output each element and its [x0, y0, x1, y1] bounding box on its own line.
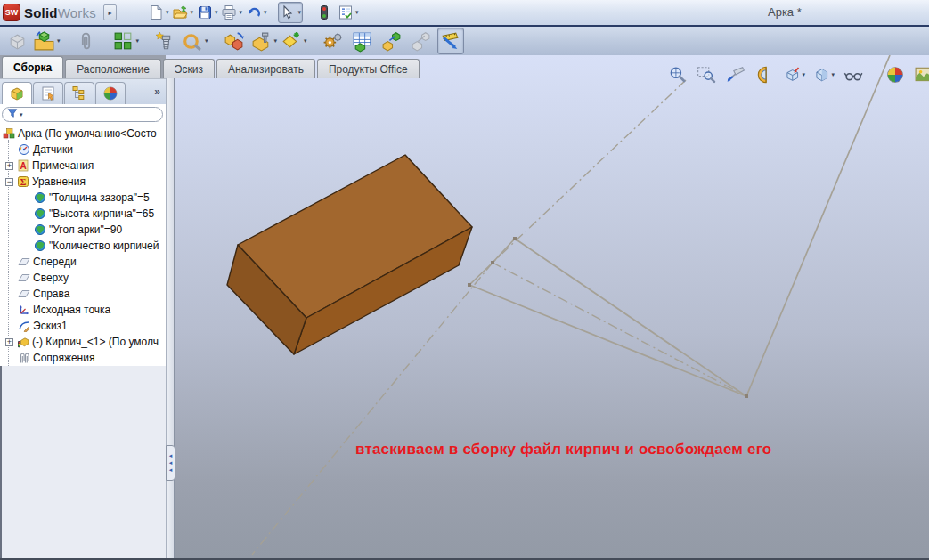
- menu-flyout-button[interactable]: ▸: [103, 4, 117, 20]
- tree-item[interactable]: Эскиз1: [0, 318, 166, 334]
- brand-text: SolidWorks: [24, 5, 96, 20]
- viewport-canvas[interactable]: [166, 55, 929, 558]
- tree-item-label: Сопряжения: [33, 352, 94, 364]
- assembly-features-button[interactable]: [250, 28, 278, 54]
- tree-item-label: (-) Кирпич_<1> (По умолч: [32, 336, 159, 348]
- tree-item[interactable]: "Количество кирпичей: [0, 238, 166, 254]
- section-view-button[interactable]: [754, 64, 776, 85]
- options-checklist-button[interactable]: [337, 2, 360, 23]
- tree-item-label: "Количество кирпичей: [49, 239, 159, 252]
- equation-globe-icon: [34, 191, 46, 204]
- tree-item[interactable]: Сверху: [0, 270, 166, 286]
- zoom-to-area-button[interactable]: [696, 64, 717, 85]
- plane-icon: [18, 272, 30, 284]
- tab-sketch[interactable]: Эскиз: [163, 59, 215, 78]
- tree-item[interactable]: "Толщина зазора"=5: [0, 190, 166, 206]
- panel-tab-configurationmanager[interactable]: [64, 82, 94, 104]
- display-style-button[interactable]: [813, 64, 835, 85]
- tree-item[interactable]: +(-) Кирпич_<1> (По умолч: [0, 334, 166, 350]
- rebuild-traffic-light-button[interactable]: [314, 2, 335, 23]
- feature-tree: Арка (По умолчанию<СостоДатчики+AПримеча…: [0, 124, 166, 366]
- bill-of-materials-button[interactable]: [349, 28, 376, 54]
- sketch-icon: [18, 320, 30, 332]
- svg-text:Σ: Σ: [20, 177, 27, 187]
- reference-geometry-button[interactable]: [280, 28, 307, 54]
- tree-item[interactable]: Арка (По умолчанию<Состо: [0, 126, 166, 142]
- zoom-to-selection-button[interactable]: [725, 64, 746, 85]
- select-tool-button[interactable]: [278, 2, 303, 23]
- tree-item-label: "Угол арки"=90: [49, 223, 122, 236]
- expander-icon[interactable]: +: [5, 162, 13, 170]
- mates-icon: [18, 352, 30, 364]
- save-button[interactable]: [196, 2, 219, 23]
- tree-item[interactable]: +AПримечания: [0, 158, 166, 174]
- tree-item-label: Спереди: [33, 256, 77, 268]
- hide-show-items-button[interactable]: [843, 64, 864, 85]
- tree-item-label: Сверху: [33, 272, 69, 284]
- view-orientation-button[interactable]: [784, 64, 805, 85]
- instant3d-button[interactable]: [437, 28, 464, 54]
- open-document-button[interactable]: [171, 2, 194, 23]
- tree-item[interactable]: Датчики: [0, 142, 166, 158]
- smart-fasteners-button[interactable]: [151, 28, 178, 54]
- tree-item-label: Примечания: [32, 159, 94, 172]
- tree-item-label: Уравнения: [32, 175, 86, 188]
- linear-component-pattern-button[interactable]: [112, 28, 140, 54]
- tree-item-label: "Толщина зазора"=5: [49, 191, 150, 204]
- assembly-icon: [3, 127, 15, 140]
- expander-icon[interactable]: +: [5, 338, 13, 346]
- tree-item[interactable]: −ΣУравнения: [0, 174, 166, 190]
- panel-collapse-handle[interactable]: ◂◂◂: [166, 445, 175, 481]
- command-manager-tabs: Сборка Расположение Эскиз Анализировать …: [0, 55, 421, 78]
- print-button[interactable]: [220, 2, 243, 23]
- insert-components-button[interactable]: [33, 28, 61, 54]
- expander-icon[interactable]: −: [5, 178, 13, 186]
- tree-item[interactable]: Сопряжения: [0, 350, 166, 366]
- mate-button[interactable]: [73, 28, 100, 54]
- equation-globe-icon: [34, 223, 46, 236]
- new-motion-study-button[interactable]: [320, 28, 346, 54]
- tree-item[interactable]: "Угол арки"=90: [0, 222, 166, 238]
- show-hidden-components-button[interactable]: [221, 28, 248, 54]
- edit-appearance-button[interactable]: [884, 64, 906, 85]
- plane-icon: [18, 256, 30, 268]
- tree-item[interactable]: Спереди: [0, 254, 166, 270]
- undo-button[interactable]: [245, 2, 268, 23]
- part-icon: [17, 336, 29, 348]
- zoom-to-fit-button[interactable]: [666, 64, 688, 85]
- panel-tab-featuremanager[interactable]: [2, 82, 32, 104]
- explode-line-sketch-disabled-button: [408, 28, 435, 54]
- filter-caret-icon: ▾: [20, 111, 23, 118]
- tab-assembly[interactable]: Сборка: [2, 56, 63, 78]
- plane-icon: [18, 288, 30, 300]
- panel-tab-displaymanager[interactable]: [95, 82, 126, 104]
- apply-scene-button[interactable]: [914, 64, 929, 85]
- heads-up-view-toolbar: [666, 64, 929, 85]
- panel-splitter[interactable]: ◂◂◂: [166, 78, 175, 558]
- equations-icon: Σ: [17, 175, 29, 188]
- tree-item-label: Справа: [33, 288, 69, 300]
- tree-item[interactable]: "Высота кирпича"=65: [0, 206, 166, 222]
- panel-empty-area: [0, 366, 166, 558]
- filter-funnel-icon: [7, 108, 18, 121]
- origin-icon: [18, 304, 30, 316]
- filter-row: ▾: [0, 104, 166, 124]
- tree-filter-box[interactable]: ▾: [2, 107, 163, 122]
- brand-solid: Solid: [24, 5, 58, 20]
- new-document-button[interactable]: [147, 2, 170, 23]
- move-component-button[interactable]: [181, 28, 208, 54]
- panel-tab-propertymanager[interactable]: [33, 82, 63, 104]
- title-bar: SW SolidWorks ▸ Арка *: [0, 0, 929, 25]
- exploded-view-button[interactable]: [379, 28, 405, 54]
- brand-works: Works: [58, 5, 96, 20]
- equation-globe-icon: [34, 207, 46, 220]
- solidworks-window: SW SolidWorks ▸ Арка *: [0, 0, 929, 560]
- panel-tabs-overflow-chevron[interactable]: »: [154, 85, 160, 98]
- standard-toolbar: [147, 2, 360, 23]
- tab-layout[interactable]: Расположение: [65, 59, 161, 78]
- tab-evaluate[interactable]: Анализировать: [216, 59, 315, 78]
- document-title: Арка *: [768, 5, 802, 19]
- tree-item[interactable]: Исходная точка: [0, 302, 166, 318]
- tree-item[interactable]: Справа: [0, 286, 166, 302]
- tab-office-products[interactable]: Продукты Office: [317, 59, 420, 78]
